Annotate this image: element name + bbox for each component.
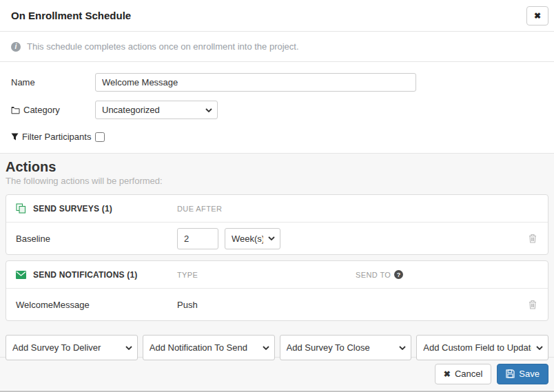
modal-title: On Enrollment Schedule — [11, 10, 131, 21]
notification-row: WelcomeMessage Push — [6, 289, 548, 320]
survey-name: Baseline — [16, 234, 50, 244]
type-column-header: TYPE — [177, 271, 356, 279]
actions-subheading: The following actions will be performed: — [6, 176, 548, 186]
envelope-icon — [16, 271, 26, 279]
copy-icon — [16, 203, 26, 214]
name-input[interactable] — [95, 73, 416, 92]
modal-header: On Enrollment Schedule ✖ — [0, 0, 554, 32]
filter-label: Filter Participants — [11, 132, 95, 142]
info-text: This schedule completes actions once on … — [27, 41, 299, 52]
due-after-column-header: DUE AFTER — [177, 205, 356, 213]
notification-name: WelcomeMessage — [16, 300, 90, 310]
filter-row: Filter Participants — [11, 132, 543, 142]
save-disk-icon — [506, 369, 515, 378]
category-label: Category — [11, 105, 95, 115]
survey-row: Baseline Week(s) — [6, 223, 548, 254]
send-surveys-panel: SEND SURVEYS (1) DUE AFTER Baseline Week… — [6, 194, 548, 255]
category-select[interactable]: Uncategorized — [95, 101, 218, 119]
add-survey-to-deliver-select[interactable]: Add Survey To Deliver — [6, 335, 138, 360]
close-button[interactable]: ✖ — [526, 6, 548, 25]
due-after-unit-select[interactable]: Week(s) — [225, 228, 280, 249]
delete-notification-button[interactable] — [529, 300, 537, 309]
category-row: Category Uncategorized — [11, 101, 543, 119]
filter-icon — [11, 133, 19, 141]
due-after-value-input[interactable] — [177, 228, 218, 249]
send-to-column-header: SEND TO — [356, 271, 391, 279]
cancel-x-icon: ✖ — [444, 369, 451, 379]
add-notification-send-wrap: Add Notification To Send — [143, 335, 275, 360]
add-survey-close-wrap: Add Survey To Close — [280, 335, 412, 360]
info-banner: i This schedule completes actions once o… — [0, 32, 554, 62]
send-notifications-title: SEND NOTIFICATIONS (1) — [33, 270, 138, 280]
folder-icon — [11, 106, 20, 114]
due-after-unit-wrap: Week(s) — [225, 228, 280, 249]
trash-icon — [529, 300, 537, 309]
send-surveys-header: SEND SURVEYS (1) DUE AFTER — [6, 195, 548, 223]
trash-icon — [529, 234, 537, 243]
send-surveys-title: SEND SURVEYS (1) — [33, 204, 112, 214]
save-button[interactable]: Save — [497, 364, 548, 384]
name-label: Name — [11, 77, 95, 87]
send-notifications-panel: SEND NOTIFICATIONS (1) TYPE SEND TO ? We… — [6, 260, 548, 321]
name-row: Name — [11, 73, 543, 92]
actions-section: Actions The following actions will be pe… — [0, 153, 554, 357]
notification-type: Push — [177, 300, 356, 310]
send-notifications-header: SEND NOTIFICATIONS (1) TYPE SEND TO ? — [6, 261, 548, 289]
close-icon: ✖ — [534, 11, 541, 21]
delete-survey-button[interactable] — [529, 234, 537, 243]
modal-footer: ✖ Cancel Save — [0, 357, 554, 390]
cancel-button[interactable]: ✖ Cancel — [435, 364, 492, 384]
add-survey-to-close-select[interactable]: Add Survey To Close — [280, 335, 412, 360]
category-select-wrap: Uncategorized — [95, 101, 218, 119]
actions-heading: Actions — [6, 159, 548, 175]
filter-participants-checkbox[interactable] — [95, 132, 105, 142]
add-custom-field-to-update-select[interactable]: Add Custom Field to Update — [416, 335, 548, 360]
schedule-form: Name Category Uncategorized Filter Parti… — [0, 62, 554, 153]
help-icon[interactable]: ? — [394, 270, 403, 279]
add-notification-to-send-select[interactable]: Add Notification To Send — [143, 335, 275, 360]
add-survey-deliver-wrap: Add Survey To Deliver — [6, 335, 138, 360]
info-icon: i — [11, 42, 21, 52]
add-custom-field-wrap: Add Custom Field to Update — [416, 335, 548, 360]
